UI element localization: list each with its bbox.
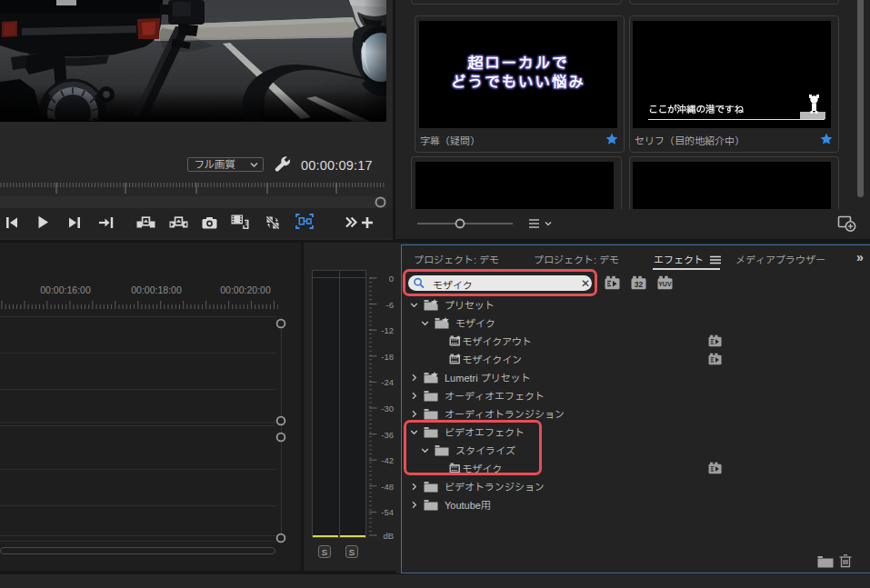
svg-text:32: 32 <box>635 280 644 289</box>
svg-text:YUV: YUV <box>658 281 672 287</box>
